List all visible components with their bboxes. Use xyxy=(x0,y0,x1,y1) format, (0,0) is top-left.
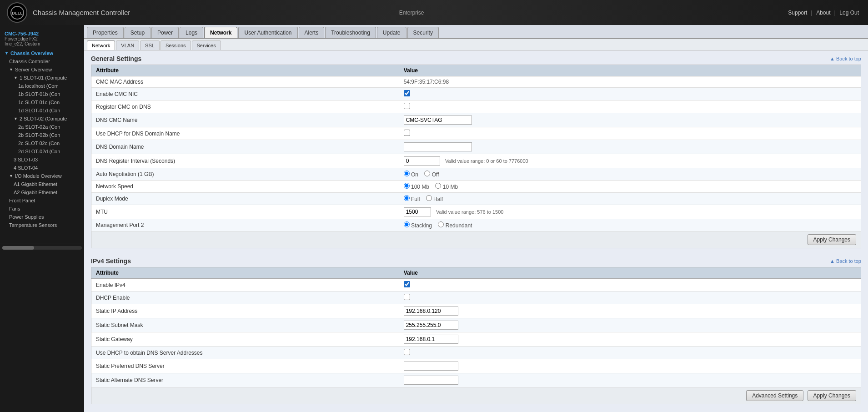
sidebar-item-fans[interactable]: Fans xyxy=(0,205,84,213)
sidebar-item-chassis-overview[interactable]: ▼ Chassis Overview xyxy=(0,49,84,57)
auto-neg-on-label[interactable]: On xyxy=(404,171,420,178)
auto-neg-off-radio[interactable] xyxy=(424,171,430,176)
dns-cmc-name-input[interactable] xyxy=(404,116,472,125)
row-value xyxy=(399,373,861,387)
mgmt-stacking-radio[interactable] xyxy=(404,221,410,227)
sidebar-item-slot01d[interactable]: 1d SLOT-01d (Con xyxy=(0,106,84,115)
sidebar-item-front-panel[interactable]: Front Panel xyxy=(0,196,84,205)
sidebar-item-temp-sensors[interactable]: Temperature Sensors xyxy=(0,221,84,229)
duplex-half-label[interactable]: Half xyxy=(426,196,443,202)
tab-properties[interactable]: Properties xyxy=(87,27,124,38)
speed-10mb-radio[interactable] xyxy=(435,183,441,189)
sidebar-scrollbar[interactable] xyxy=(0,243,84,252)
row-label: Static IP Address xyxy=(91,304,399,318)
sidebar-item-io-module[interactable]: ▼ I/O Module Overview xyxy=(0,172,84,180)
row-value xyxy=(399,88,861,100)
speed-100mb-radio[interactable] xyxy=(404,183,410,189)
main-tab-bar: Properties Setup Power Logs Network User… xyxy=(84,25,868,39)
table-row: Enable IPv4 xyxy=(91,279,861,291)
row-value: 100 Mb 10 Mb xyxy=(399,181,861,193)
row-label: Auto Negotiation (1 GB) xyxy=(91,168,399,181)
static-gateway-input[interactable] xyxy=(404,335,458,344)
register-dns-checkbox[interactable] xyxy=(404,103,410,109)
alternate-dns-input[interactable] xyxy=(404,376,458,385)
sidebar-item-slot01c[interactable]: 1c SLOT-01c (Con xyxy=(0,98,84,106)
static-ip-input[interactable] xyxy=(404,306,458,316)
sidebar-item-localhost[interactable]: 1a localhost (Com xyxy=(0,82,84,90)
sidebar-item-gigabit-a1[interactable]: A1 Gigabit Ethernet xyxy=(0,180,84,188)
mtu-hint: Valid value range: 576 to 1500 xyxy=(436,209,503,215)
sidebar-label: 1d SLOT-01d (Con xyxy=(18,108,60,113)
sidebar-label: Power Supplies xyxy=(9,214,44,220)
dns-interval-input[interactable] xyxy=(404,156,440,166)
tab-user-auth[interactable]: User Authentication xyxy=(238,27,297,38)
sidebar-item-chassis-controller[interactable]: Chassis Controller xyxy=(0,57,84,65)
enable-cmc-nic-checkbox[interactable] xyxy=(404,90,410,96)
about-link[interactable]: About xyxy=(816,10,830,16)
duplex-half-radio[interactable] xyxy=(426,195,432,201)
preferred-dns-input[interactable] xyxy=(404,362,458,371)
mtu-input[interactable] xyxy=(404,207,431,216)
auto-neg-off-label[interactable]: Off xyxy=(424,171,439,178)
row-value xyxy=(399,318,861,332)
tab-security[interactable]: Security xyxy=(407,27,439,38)
col-value: Value xyxy=(399,267,861,279)
mgmt-redundant-radio[interactable] xyxy=(438,221,444,227)
mgmt-redundant-label[interactable]: Redundant xyxy=(438,222,472,229)
sidebar-item-slot02c[interactable]: 2c SLOT-02c (Con xyxy=(0,139,84,147)
ipv4-settings-title: IPv4 Settings xyxy=(91,257,131,265)
dns-domain-name-input[interactable] xyxy=(404,142,472,151)
sidebar-item-slot01[interactable]: ▼ 1 SLOT-01 (Compute xyxy=(0,74,84,82)
duplex-full-radio[interactable] xyxy=(404,195,410,201)
subtab-vlan[interactable]: VLAN xyxy=(116,40,139,50)
use-dhcp-dns2-checkbox[interactable] xyxy=(404,349,410,355)
subtab-network[interactable]: Network xyxy=(87,40,115,50)
sidebar-item-power-supplies[interactable]: Power Supplies xyxy=(0,213,84,221)
table-row: Static Preferred DNS Server xyxy=(91,359,861,373)
static-subnet-input[interactable] xyxy=(404,321,458,330)
duplex-full-label[interactable]: Full xyxy=(404,196,421,202)
tab-update[interactable]: Update xyxy=(377,27,406,38)
sidebar-item-slot02[interactable]: ▼ 2 SLOT-02 (Compute xyxy=(0,115,84,123)
tab-troubleshooting[interactable]: Troubleshooting xyxy=(325,27,376,38)
mgmt-stacking-label[interactable]: Stacking xyxy=(404,222,434,229)
sidebar-item-gigabit-a2[interactable]: A2 Gigabit Ethernet xyxy=(0,188,84,196)
general-apply-button[interactable]: Apply Changes xyxy=(808,234,856,245)
row-label: Management Port 2 xyxy=(91,219,399,231)
subtab-ssl[interactable]: SSL xyxy=(140,40,160,50)
sidebar-label: A1 Gigabit Ethernet xyxy=(14,181,57,187)
subtab-services[interactable]: Services xyxy=(192,40,221,50)
tab-power[interactable]: Power xyxy=(151,27,179,38)
table-row: DHCP Enable xyxy=(91,291,861,304)
speed-10mb-label[interactable]: 10 Mb xyxy=(435,184,458,190)
general-settings-header: General Settings Back to top xyxy=(91,55,861,62)
sidebar-item-slot04[interactable]: 4 SLOT-04 xyxy=(0,164,84,172)
sidebar-label: Fans xyxy=(9,206,20,211)
tab-network[interactable]: Network xyxy=(204,27,237,38)
enable-ipv4-checkbox[interactable] xyxy=(404,281,410,287)
sidebar-item-slot02a[interactable]: 2a SLOT-02a (Con xyxy=(0,123,84,131)
support-link[interactable]: Support xyxy=(788,10,807,16)
speed-100mb-label[interactable]: 100 Mb xyxy=(404,184,431,190)
subtab-sessions[interactable]: Sessions xyxy=(161,40,191,50)
tab-setup[interactable]: Setup xyxy=(125,27,151,38)
sidebar-item-server-overview[interactable]: ▼ Server Overview xyxy=(0,65,84,74)
sidebar-item-slot02b[interactable]: 2b SLOT-02b (Con xyxy=(0,131,84,139)
advanced-settings-button[interactable]: Advanced Settings xyxy=(746,390,803,401)
row-label: Network Speed xyxy=(91,181,399,193)
ipv4-apply-button[interactable]: Apply Changes xyxy=(808,390,856,401)
use-dhcp-dns-checkbox[interactable] xyxy=(404,130,410,136)
back-to-top-general[interactable]: Back to top xyxy=(830,56,861,61)
sidebar-item-slot03[interactable]: 3 SLOT-03 xyxy=(0,156,84,164)
sidebar-item-slot01b[interactable]: 1b SLOT-01b (Con xyxy=(0,90,84,98)
tab-logs[interactable]: Logs xyxy=(180,27,203,38)
table-row: CMC MAC Address 54:9F:35:17:C6:98 xyxy=(91,76,861,88)
sidebar-item-slot02d[interactable]: 2d SLOT-02d (Con xyxy=(0,147,84,156)
sidebar-label: Chassis Controller xyxy=(9,59,50,64)
auto-neg-on-radio[interactable] xyxy=(404,171,410,176)
tab-alerts[interactable]: Alerts xyxy=(299,27,325,38)
back-to-top-ipv4[interactable]: Back to top xyxy=(830,258,861,264)
logout-link[interactable]: Log Out xyxy=(839,10,859,16)
row-value: On Off xyxy=(399,168,861,181)
dhcp-enable-checkbox[interactable] xyxy=(404,294,410,300)
